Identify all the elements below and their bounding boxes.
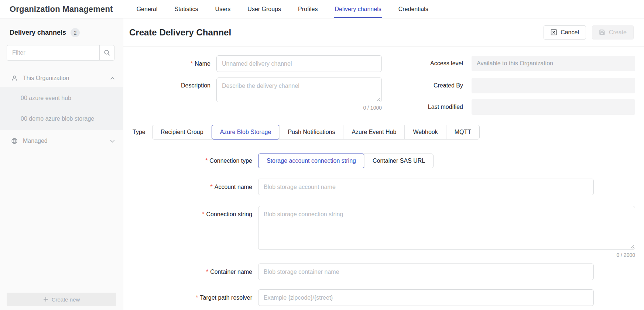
container-name-input[interactable] [258,264,594,280]
last-modified-label: Last modified [123,99,463,115]
save-icon [599,29,605,35]
tree-group-managed[interactable]: Managed [0,132,123,150]
connection-string-field [258,206,635,250]
filter-box [7,45,114,61]
sidebar-title: Delivery channels [10,29,66,37]
created-by-field [472,78,635,93]
search-icon [104,49,110,56]
target-path-resolver-input[interactable] [258,289,594,306]
plus-icon [43,297,48,302]
tree-group-label: This Organization [23,75,69,82]
account-name-label: * Account name [123,179,252,195]
connection-type-option-sas-url[interactable]: Container SAS URL [364,154,433,168]
type-option-azure-blob-storage[interactable]: Azure Blob Storage [212,125,280,139]
required-marker: * [205,158,208,164]
tree-group-label: Managed [23,138,48,144]
type-selector: Recipient Group Azure Blob Storage Push … [152,125,480,140]
cancel-label: Cancel [561,29,579,36]
globe-icon [11,138,18,144]
main-header: Create Delivery Channel Cancel Create [123,18,644,46]
chevron-up-icon [110,77,115,80]
filter-input[interactable] [7,45,99,60]
connection-type-option-connection-string[interactable]: Storage account connection string [258,154,364,168]
tab-credentials[interactable]: Credentials [398,0,429,18]
connection-type-label: * Connection type [123,154,252,168]
create-label: Create [609,29,627,36]
chevron-down-icon [110,140,115,143]
required-marker: * [196,294,198,301]
create-new-button[interactable]: Create new [7,293,116,306]
container-name-label: * Container name [123,264,252,280]
created-by-label: Created By [123,78,463,93]
required-marker: * [202,211,204,218]
person-icon [11,75,18,82]
access-level-field: Available to this Organization [472,56,635,71]
tab-general[interactable]: General [136,0,158,18]
connection-type-selector: Storage account connection string Contai… [258,154,434,168]
channel-tree: This Organization 00 azure event hub 00 … [0,69,123,150]
last-modified-field [472,99,635,115]
tab-profiles[interactable]: Profiles [297,0,318,18]
required-marker: * [206,269,208,275]
type-option-azure-event-hub[interactable]: Azure Event Hub [343,125,404,139]
tab-users[interactable]: Users [215,0,232,18]
account-name-input[interactable] [258,179,594,195]
tab-delivery-channels[interactable]: Delivery channels [334,0,382,18]
app-header: Organization Management General Statisti… [0,0,644,18]
connection-string-counter: 0 / 2000 [258,252,635,258]
type-label: Type [133,125,148,140]
page-title: Create Delivery Channel [129,27,231,38]
tree-group-this-organization[interactable]: This Organization [0,69,123,87]
filter-search-button[interactable] [99,45,114,60]
channel-count-badge: 2 [71,28,80,37]
cancel-box-icon [551,29,557,35]
tree-children: 00 azure event hub 00 demo azure blob st… [0,87,123,130]
type-option-push-notifications[interactable]: Push Notifications [279,125,343,139]
create-new-label: Create new [52,296,80,303]
sidebar: Delivery channels 2 This Organization [0,18,123,310]
cancel-button[interactable]: Cancel [544,25,586,39]
main-nav: General Statistics Users User Groups Pro… [136,0,429,18]
tab-statistics[interactable]: Statistics [174,0,199,18]
connection-string-label: * Connection string [123,206,252,223]
connection-string-textarea[interactable] [258,206,635,250]
access-level-label: Access level [123,56,463,71]
required-marker: * [210,184,212,190]
target-path-resolver-label: * Target path resolver [123,289,252,306]
tab-user-groups[interactable]: User Groups [247,0,282,18]
type-option-webhook[interactable]: Webhook [404,125,446,139]
create-button[interactable]: Create [592,25,634,39]
channel-item-demo-azure-blob-storage[interactable]: 00 demo azure blob storage [0,108,123,129]
create-channel-form: * Name Description 0 / 1000 Access level… [123,46,644,310]
type-option-mqtt[interactable]: MQTT [446,125,479,139]
app-title: Organization Management [10,4,113,14]
type-option-recipient-group[interactable]: Recipient Group [153,125,212,139]
channel-item-azure-event-hub[interactable]: 00 azure event hub [0,88,123,108]
